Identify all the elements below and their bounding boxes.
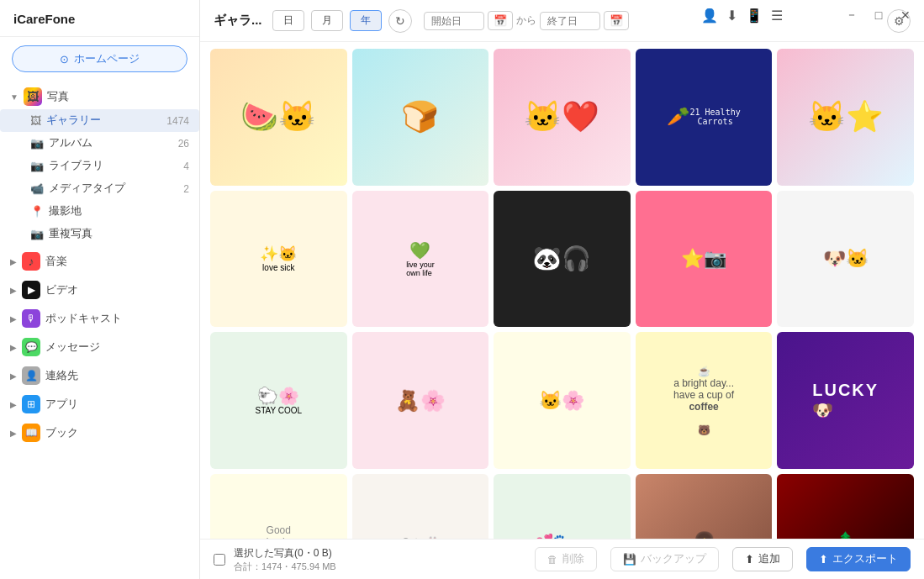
close-button[interactable]: ✕ <box>894 3 917 27</box>
sidebar-item-messages[interactable]: ▶ 💬 メッセージ <box>0 331 199 360</box>
tab-month[interactable]: 月 <box>311 10 343 31</box>
export-button[interactable]: ⬆ エクスポート <box>806 547 911 571</box>
export-label: エクスポート <box>832 552 898 566</box>
minimize-button[interactable]: － <box>840 3 863 27</box>
photo-item[interactable]: GoodLuck🍒 <box>210 474 347 539</box>
download-icon[interactable]: ⬇ <box>726 8 737 24</box>
photo-item[interactable]: 💕🐾Love <box>494 474 631 539</box>
photo-item[interactable]: 🐶🐱 <box>777 191 914 328</box>
main-content: 👤 ⬇ 📱 ☰ － □ ✕ ギャラ... 日 月 年 ↻ 📅 から 📅 ⚙ 🍉🐱… <box>200 0 924 579</box>
selection-total: 合計：1474・475.94 MB <box>234 561 336 573</box>
sidebar-item-podcast[interactable]: ▶ 🎙 ポッドキャスト <box>0 303 199 331</box>
photo-item[interactable]: 🐱🌸 <box>494 332 631 469</box>
library-count: 4 <box>183 161 189 172</box>
photo-item[interactable]: 💚live yourown life <box>352 191 489 328</box>
gallery-label: ギャラリー <box>46 113 101 128</box>
from-label: から <box>516 13 536 28</box>
album-label: アルバム <box>49 136 92 150</box>
delete-icon: 🗑 <box>547 554 558 566</box>
sidebar-item-gallery[interactable]: 🖼 ギャラリー 1474 <box>0 109 199 132</box>
chevron-right-icon: ▶ <box>10 400 17 409</box>
chevron-right-icon: ▶ <box>10 343 17 352</box>
music-icon: ♪ <box>22 252 40 271</box>
photo-item[interactable]: 🍉🐱 <box>210 49 347 186</box>
photo-item[interactable]: ✨🐱love sick <box>210 191 347 328</box>
sidebar-item-duplicate[interactable]: 📷 重複写真 <box>0 223 199 245</box>
date-from-input[interactable] <box>424 12 484 30</box>
apps-icon: ⊞ <box>22 395 40 413</box>
library-icon: 📷 <box>30 160 44 172</box>
album-count: 26 <box>178 138 189 150</box>
photos-icon: 🖼 <box>24 87 42 106</box>
photo-item[interactable]: Cute 🐰 <box>352 474 489 539</box>
topright-icons: 👤 ⬇ 📱 ☰ <box>694 0 789 30</box>
sidebar-item-location[interactable]: 📍 撮影地 <box>0 200 199 223</box>
backup-icon: 💾 <box>623 553 636 566</box>
add-label: 追加 <box>758 552 780 566</box>
topbar: ギャラ... 日 月 年 ↻ 📅 から 📅 ⚙ <box>200 0 924 42</box>
music-label: 音楽 <box>45 254 67 269</box>
user-icon[interactable]: 👤 <box>701 8 718 24</box>
date-to-input[interactable] <box>540 12 600 30</box>
selection-info: 選択した写真(0・0 B) <box>234 546 336 561</box>
home-icon: ⊙ <box>60 53 69 66</box>
mediatype-icon: 📹 <box>30 182 44 195</box>
tab-year[interactable]: 年 <box>350 10 382 31</box>
photo-item[interactable]: 🍞 <box>352 49 489 186</box>
chevron-right-icon: ▶ <box>10 257 17 266</box>
sidebar-item-contacts[interactable]: ▶ 👤 連絡先 <box>0 360 199 388</box>
select-all-checkbox[interactable] <box>214 554 225 566</box>
photo-grid: 🍉🐱 🍞 🐱❤️ 🥕21 HealthyCarrots 🐱⭐ ✨🐱love si… <box>210 49 914 539</box>
maximize-button[interactable]: □ <box>867 3 890 27</box>
photo-item[interactable]: 🐑🌸STAY COOL <box>210 332 347 469</box>
album-icon: 📷 <box>30 137 44 150</box>
refresh-button[interactable]: ↻ <box>388 9 412 33</box>
sidebar-item-music[interactable]: ▶ ♪ 音楽 <box>0 245 199 274</box>
calendar-to-icon[interactable]: 📅 <box>604 11 629 30</box>
photo-item[interactable]: LUCKY🐶 <box>777 332 914 469</box>
apps-label: アプリ <box>45 397 78 412</box>
photos-section-header[interactable]: ▼ 🖼 写真 <box>0 81 199 109</box>
photo-item[interactable]: ⭐📷 <box>636 191 773 328</box>
delete-button[interactable]: 🗑 削除 <box>535 547 597 571</box>
sidebar-item-album[interactable]: 📷 アルバム 26 <box>0 132 199 155</box>
photo-item[interactable]: 🐼🎧 <box>494 191 631 328</box>
photo-item[interactable]: 👧 <box>636 474 773 539</box>
bottombar: 選択した写真(0・0 B) 合計：1474・475.94 MB 🗑 削除 💾 バ… <box>200 539 924 579</box>
add-icon: ⬆ <box>745 553 754 566</box>
gallery-icon: 🖼 <box>30 114 41 127</box>
books-label: ブック <box>45 425 78 440</box>
sidebar-item-mediatype[interactable]: 📹 メディアタイプ 2 <box>0 177 199 200</box>
photo-grid-container[interactable]: 🍉🐱 🍞 🐱❤️ 🥕21 HealthyCarrots 🐱⭐ ✨🐱love si… <box>200 42 924 539</box>
device-icon[interactable]: 📱 <box>746 8 763 24</box>
messages-icon: 💬 <box>22 338 40 356</box>
duplicate-icon: 📷 <box>30 228 44 240</box>
home-button[interactable]: ⊙ ホームページ <box>12 45 187 72</box>
tab-day[interactable]: 日 <box>272 10 304 31</box>
contacts-icon: 👤 <box>22 366 40 385</box>
sidebar-item-books[interactable]: ▶ 📖 ブック <box>0 417 199 445</box>
date-range-group: 📅 から 📅 <box>424 11 629 30</box>
backup-label: バックアップ <box>641 552 706 566</box>
backup-button[interactable]: 💾 バックアップ <box>610 547 719 571</box>
chevron-right-icon: ▶ <box>10 314 17 324</box>
photo-item[interactable]: 🌲 <box>777 474 914 539</box>
page-title: ギャラ... <box>214 13 262 29</box>
photo-item[interactable]: ☕a bright day...have a cup ofcoffee🐻 <box>636 332 773 469</box>
photo-item[interactable]: 🐱⭐ <box>777 49 914 186</box>
sidebar-item-library[interactable]: 📷 ライブラリ 4 <box>0 155 199 177</box>
add-button[interactable]: ⬆ 追加 <box>732 547 793 571</box>
menu-icon[interactable]: ☰ <box>771 8 783 24</box>
photos-section: ▼ 🖼 写真 🖼 ギャラリー 1474 📷 アルバム 26 📷 ライブラリ 4 … <box>0 81 199 245</box>
sidebar: iCareFone ⊙ ホームページ ▼ 🖼 写真 🖼 ギャラリー 1474 📷… <box>0 0 200 579</box>
photo-item[interactable]: 🧸🌸 <box>352 332 489 469</box>
sidebar-item-video[interactable]: ▶ ▶ ビデオ <box>0 274 199 303</box>
sidebar-item-apps[interactable]: ▶ ⊞ アプリ <box>0 388 199 417</box>
photo-item[interactable]: 🐱❤️ <box>494 49 631 186</box>
photo-item[interactable]: 🥕21 HealthyCarrots <box>636 49 773 186</box>
app-title: iCareFone <box>0 0 199 37</box>
calendar-from-icon[interactable]: 📅 <box>488 11 513 30</box>
video-label: ビデオ <box>45 282 78 297</box>
chevron-right-icon: ▶ <box>10 371 17 381</box>
chevron-right-icon: ▶ <box>10 286 17 295</box>
